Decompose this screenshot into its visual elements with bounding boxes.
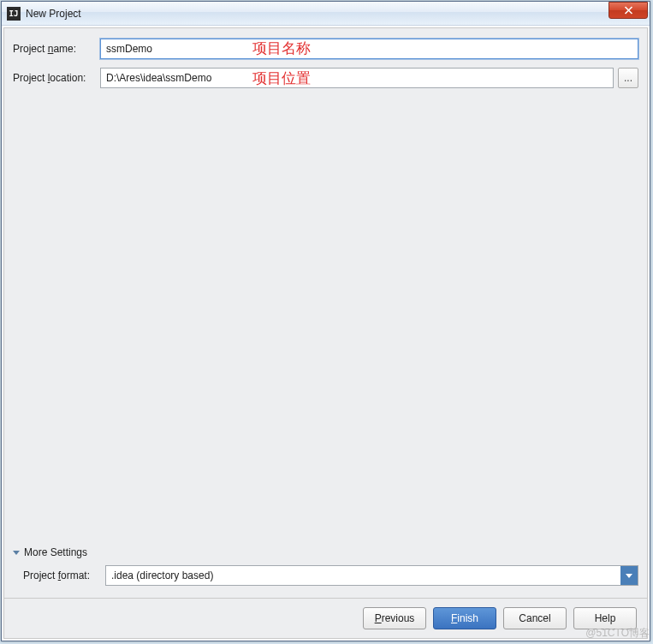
project-format-combo[interactable]: .idea (directory based) — [105, 565, 638, 586]
window-title: New Project — [26, 8, 81, 20]
titlebar[interactable]: IJ New Project — [2, 2, 650, 26]
close-icon — [624, 6, 633, 15]
app-icon: IJ — [7, 7, 21, 21]
chevron-down-icon — [13, 551, 20, 555]
close-button[interactable] — [608, 2, 648, 19]
new-project-dialog: IJ New Project Project name: 项目名称 Projec… — [1, 1, 650, 641]
previous-button[interactable]: Previous — [363, 607, 426, 629]
project-name-row: Project name: 项目名称 — [13, 39, 638, 59]
project-name-label: Project name: — [13, 43, 100, 55]
help-button[interactable]: Help — [573, 607, 637, 629]
more-settings-toggle[interactable]: More Settings — [13, 546, 638, 558]
project-location-label: Project location: — [13, 72, 100, 84]
spacer — [13, 97, 638, 546]
project-location-input[interactable] — [100, 68, 614, 88]
cancel-button[interactable]: Cancel — [503, 607, 567, 629]
more-settings-label: More Settings — [24, 546, 87, 558]
dialog-content: Project name: 项目名称 Project location: ...… — [3, 27, 648, 639]
project-format-value: .idea (directory based) — [106, 569, 620, 581]
separator — [4, 598, 647, 599]
project-name-input[interactable] — [100, 39, 638, 59]
browse-button[interactable]: ... — [618, 68, 638, 88]
combo-arrow-icon — [620, 566, 638, 585]
project-format-row: Project format: .idea (directory based) — [23, 565, 638, 586]
content-wrap: Project name: 项目名称 Project location: ...… — [2, 26, 650, 641]
project-location-row: Project location: ... 项目位置 — [13, 68, 638, 88]
project-format-label: Project format: — [23, 569, 105, 581]
finish-button[interactable]: Finish — [433, 607, 496, 629]
button-row: Previous Finish Cancel Help — [13, 607, 638, 629]
